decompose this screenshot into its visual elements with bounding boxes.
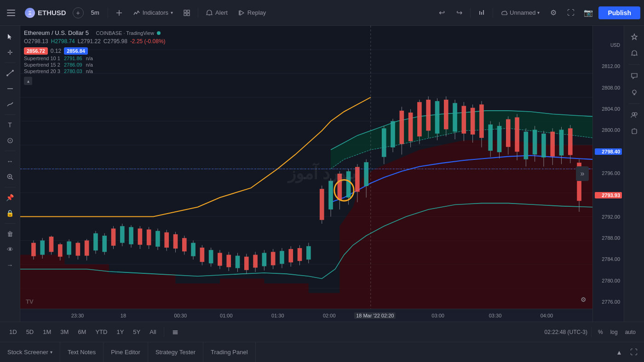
log-btn[interactable]: log <box>608 328 621 336</box>
panel-maximize-btn[interactable]: ⛶ <box>627 346 640 359</box>
annotation-icon <box>6 137 14 144</box>
compare-button[interactable] <box>112 7 126 18</box>
hline-icon <box>6 85 14 92</box>
svg-rect-132 <box>479 104 484 138</box>
tf-1d[interactable]: 1D <box>6 327 21 337</box>
price-2808: 2808.00 <box>595 85 622 90</box>
alert-rt-btn[interactable] <box>626 46 643 61</box>
chart-scroll-right[interactable]: » <box>576 166 589 181</box>
tf-3m[interactable]: 3M <box>57 327 72 337</box>
trash-button[interactable]: 🗑 <box>2 226 18 241</box>
svg-rect-44 <box>76 243 80 256</box>
tf-all[interactable]: All <box>146 327 160 337</box>
text-tool[interactable]: T <box>2 118 18 132</box>
replay-button[interactable]: Replay <box>234 7 270 18</box>
auto-btn[interactable]: auto <box>622 328 638 336</box>
community-btn[interactable] <box>626 107 643 122</box>
percent-btn[interactable]: % <box>595 328 606 336</box>
draw-tool[interactable] <box>2 97 18 112</box>
add-symbol-button[interactable]: + <box>73 7 84 18</box>
timeframe-selector[interactable]: 5m <box>86 7 104 18</box>
bottom-control-bar: 1D 5D 1M 3M 6M YTD 1Y 5Y All 02:22:48 (U… <box>0 322 644 342</box>
eth-icon: Ξ <box>25 8 35 18</box>
horizontal-line-tool[interactable] <box>2 81 18 96</box>
strategy-tester-label: Strategy Tester <box>155 349 196 356</box>
lt-sep2 <box>5 114 16 115</box>
menu-button[interactable] <box>4 6 18 20</box>
chart-area[interactable]: بـورد آموز <box>20 26 624 322</box>
svg-point-11 <box>12 70 14 72</box>
svg-rect-98 <box>320 189 324 220</box>
svg-rect-0 <box>184 10 186 12</box>
svg-rect-120 <box>426 100 431 131</box>
trend-line-icon <box>6 69 14 77</box>
ideas-btn[interactable] <box>626 85 643 100</box>
tab-trading-panel[interactable]: Trading Panel <box>203 342 255 362</box>
svg-rect-54 <box>120 226 125 243</box>
measure-tool[interactable]: ↔ <box>2 154 18 169</box>
layout-button[interactable] <box>179 7 194 18</box>
notifications-btn[interactable] <box>626 124 643 139</box>
main-area: ✛ T ↔ 📌 🔒 🗑 👁 → بـورد آموز <box>0 26 644 322</box>
trend-line-tool[interactable] <box>2 66 18 80</box>
fullscreen-button[interactable]: ⛶ <box>564 6 578 20</box>
crosshair-tool[interactable]: ✛ <box>2 45 18 60</box>
currency-label: USD <box>595 43 622 48</box>
settings-button[interactable]: ⚙ <box>546 6 561 20</box>
tab-text-notes[interactable]: Text Notes <box>60 342 104 362</box>
zoom-tool[interactable] <box>2 170 18 184</box>
tf-ytd[interactable]: YTD <box>92 327 111 337</box>
tf-1y[interactable]: 1Y <box>113 327 127 337</box>
add-watchlist-btn[interactable] <box>626 29 643 44</box>
price-2780: 2780.00 <box>595 278 622 283</box>
lt-sep5 <box>5 223 16 224</box>
draw-icon <box>6 101 14 108</box>
lock-tool[interactable]: 🔒 <box>2 206 18 221</box>
svg-rect-64 <box>164 232 169 248</box>
tf-6m[interactable]: 6M <box>74 327 90 337</box>
cursor-tool[interactable] <box>2 29 18 44</box>
replay-label: Replay <box>247 9 266 16</box>
notif-icon <box>631 128 638 135</box>
pin-tool[interactable]: 📌 <box>2 190 18 205</box>
indicators-button[interactable]: Indicators ▾ <box>129 7 177 18</box>
tf-1m[interactable]: 1M <box>39 327 55 337</box>
publish-button[interactable]: Publish <box>598 6 640 19</box>
tab-stock-screener[interactable]: Stock Screener ▾ <box>0 342 60 362</box>
sep2 <box>198 8 198 18</box>
svg-rect-94 <box>298 248 302 261</box>
price-2796: 2796.00 <box>595 170 622 176</box>
svg-rect-48 <box>93 233 98 250</box>
svg-rect-104 <box>346 171 351 198</box>
rt-sep2 <box>629 103 640 104</box>
annotation-tool[interactable] <box>2 133 18 148</box>
svg-rect-106 <box>355 167 360 192</box>
alert-button[interactable]: Alert <box>202 7 231 18</box>
svg-rect-8 <box>483 10 484 15</box>
chat-btn[interactable] <box>626 68 643 83</box>
arrow-right-tool[interactable]: → <box>2 258 18 272</box>
rt-sep1 <box>629 64 640 65</box>
chart-type-button[interactable] <box>474 6 489 20</box>
svg-rect-122 <box>435 101 440 134</box>
redo-button[interactable]: ↪ <box>452 6 466 20</box>
tab-strategy-tester[interactable]: Strategy Tester <box>148 342 203 362</box>
svg-rect-102 <box>338 174 342 200</box>
tab-pine-editor[interactable]: Pine Editor <box>104 342 148 362</box>
panel-minimize-btn[interactable]: ▴ <box>613 346 626 359</box>
eye-button[interactable]: 👁 <box>2 242 18 257</box>
screenshot-button[interactable]: 📷 <box>581 6 596 20</box>
chat-icon <box>631 72 638 79</box>
tf-5y[interactable]: 5Y <box>129 327 144 337</box>
screener-arrow: ▾ <box>50 350 52 355</box>
save-layout-button[interactable]: Unnamed ▾ <box>497 7 543 18</box>
svg-rect-46 <box>85 240 89 255</box>
chart-settings-gear[interactable]: ⚙ <box>578 294 589 305</box>
svg-line-9 <box>7 71 13 75</box>
manage-layouts-btn[interactable] <box>168 325 183 339</box>
lt-sep1 <box>5 62 16 63</box>
undo-button[interactable]: ↩ <box>434 6 449 20</box>
layout-icon <box>183 9 190 17</box>
symbol-selector[interactable]: Ξ ETHUSD <box>21 6 70 20</box>
tf-5d[interactable]: 5D <box>23 327 38 337</box>
